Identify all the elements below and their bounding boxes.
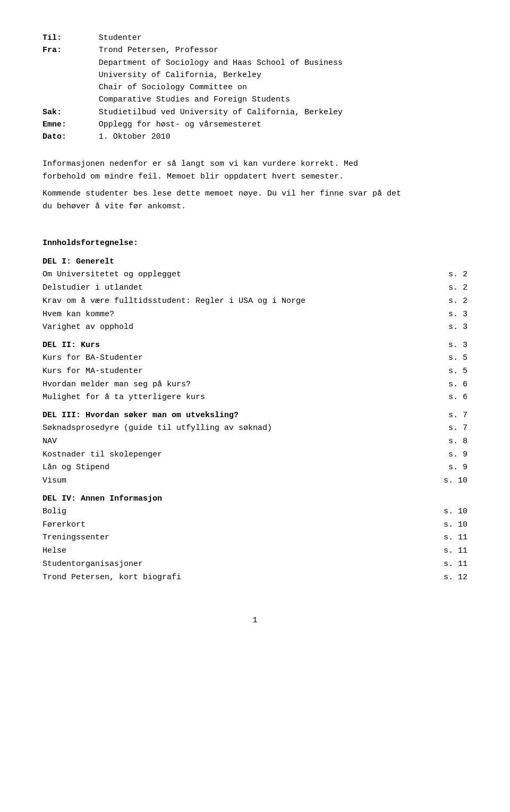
toc-del1-item-5: Varighet av opphold s. 3 <box>42 321 468 334</box>
toc-del2-first-page: s. 3 <box>448 341 468 350</box>
toc-del2-page-1: s. 5 <box>448 352 468 365</box>
toc-del2-page-2: s. 5 <box>448 365 468 378</box>
fra-chair: Chair of Sociology Committee on <box>99 83 247 92</box>
fra-univ: University of California, Berkeley <box>99 71 261 80</box>
toc-del1-page-4: s. 3 <box>448 308 468 322</box>
toc-del1-label: DEL I: Generelt <box>42 257 468 266</box>
toc-del3-page-3: s. 9 <box>448 449 468 462</box>
toc-del4-text-3: Treningssenter <box>42 531 433 545</box>
toc-del3-text-2: NAV <box>42 435 438 449</box>
toc-del3-page-1: s. 7 <box>448 422 468 435</box>
toc-del1-item-1: Om Universitetet og opplegget s. 2 <box>42 268 468 282</box>
toc-del1-text-2: Delstudier i utlandet <box>42 282 438 295</box>
toc-del3-label: DEL III: Hvordan søker man om utveksling… <box>42 411 468 420</box>
toc-del4-text-4: Helse <box>42 545 433 558</box>
toc-del2-page-3: s. 6 <box>448 378 468 392</box>
toc-del1-page-3: s. 2 <box>448 295 468 308</box>
toc-del2-page-4: s. 6 <box>448 391 468 404</box>
intro-para-1: Informasjonen nedenfor er så langt som v… <box>42 158 468 183</box>
fra-committee: Comparative Studies and Foreign Students <box>99 95 290 104</box>
header-table: Til: Studenter Fra: Trond Petersen, Prof… <box>42 32 468 143</box>
toc-del2-item-4: Mulighet for å ta ytterligere kurs s. 6 <box>42 391 468 404</box>
toc-del1-text-5: Varighet av opphold <box>42 321 438 334</box>
toc-del2-item-2: Kurs for MA-studenter s. 5 <box>42 365 468 378</box>
toc-del2-text-3: Hvordan melder man seg på kurs? <box>42 378 438 392</box>
toc-del1-page-2: s. 2 <box>448 282 468 295</box>
toc-del4-item-5: Studentorganisasjoner s. 11 <box>42 558 468 571</box>
toc-del4-page-3: s. 11 <box>444 531 468 545</box>
toc-del2-text-4: Mulighet for å ta ytterligere kurs <box>42 391 438 404</box>
emne-value: Opplegg for høst- og vårsemesteret <box>99 119 468 131</box>
toc-del2-text-2: Kurs for MA-studenter <box>42 365 438 378</box>
toc-del1-item-4: Hvem kan komme? s. 3 <box>42 308 468 322</box>
intro-para-2: Kommende studenter bes lese dette memoet… <box>42 188 468 213</box>
toc-section: Innholdsfortegnelse: DEL I: Generelt Om … <box>42 239 468 584</box>
fra-dept: Department of Sociology and Haas School … <box>99 58 343 67</box>
toc-del3-page-5: s. 10 <box>444 475 468 488</box>
toc-del4-page-2: s. 10 <box>444 519 468 532</box>
fra-name: Trond Petersen, Professor <box>99 46 218 55</box>
toc-del4-item-2: Førerkort s. 10 <box>42 519 468 532</box>
til-row: Til: Studenter <box>42 32 468 44</box>
toc-del1-text-3: Krav om å være fulltidsstudent: Regler i… <box>42 295 438 308</box>
toc-del4-item-4: Helse s. 11 <box>42 545 468 558</box>
toc-del3-text-1: Søknadsprosedyre (guide til utfylling av… <box>42 422 438 435</box>
til-value: Studenter <box>99 32 468 44</box>
sak-label: Sak: <box>42 106 99 119</box>
toc-del3-label-text: DEL III: Hvordan søker man om utveksling… <box>42 411 239 420</box>
dato-value: 1. Oktober 2010 <box>99 131 468 143</box>
toc-del4-page-4: s. 11 <box>444 545 468 558</box>
toc-del4-page-6: s. 12 <box>444 571 468 585</box>
toc-del3-item-1: Søknadsprosedyre (guide til utfylling av… <box>42 422 468 435</box>
toc-del2-item-1: Kurs for BA-Studenter s. 5 <box>42 352 468 365</box>
page-number: 1 <box>42 616 468 625</box>
toc-del1-page-1: s. 2 <box>448 268 468 282</box>
dato-label: Dato: <box>42 131 99 143</box>
toc-del4-text-1: Bolig <box>42 505 433 519</box>
intro-line-3: Kommende studenter bes lese dette memoet… <box>42 189 401 198</box>
toc-del3-item-4: Lån og Stipend s. 9 <box>42 461 468 475</box>
toc-del3-first-page: s. 7 <box>448 411 468 420</box>
toc-del1-text-4: Hvem kan komme? <box>42 308 438 322</box>
toc-del3-item-5: Visum s. 10 <box>42 475 468 488</box>
toc-del4-label: DEL IV: Annen Informasjon <box>42 494 468 503</box>
toc-del4-item-3: Treningssenter s. 11 <box>42 531 468 545</box>
intro-line-4: du behøver å vite før ankomst. <box>42 202 186 211</box>
fra-row: Fra: Trond Petersen, Professor Departmen… <box>42 44 468 106</box>
intro-block: Informasjonen nedenfor er så langt som v… <box>42 158 468 213</box>
toc-del2-text-1: Kurs for BA-Studenter <box>42 352 438 365</box>
fra-label: Fra: <box>42 44 99 106</box>
emne-row: Emne: Opplegg for høst- og vårsemesteret <box>42 119 468 131</box>
emne-label: Emne: <box>42 119 99 131</box>
sak-row: Sak: Studietilbud ved University of Cali… <box>42 106 468 119</box>
toc-del4-text-6: Trond Petersen, kort biografi <box>42 571 433 585</box>
toc-del1-text-1: Om Universitetet og opplegget <box>42 268 438 282</box>
til-label: Til: <box>42 32 99 44</box>
toc-del4-label-text: DEL IV: Annen Informasjon <box>42 494 162 503</box>
toc-del2-label-text: DEL II: Kurs <box>42 341 100 350</box>
toc-del1-page-5: s. 3 <box>448 321 468 334</box>
toc-del3-item-3: Kostnader til skolepenger s. 9 <box>42 449 468 462</box>
toc-del2-item-3: Hvordan melder man seg på kurs? s. 6 <box>42 378 468 392</box>
toc-del3-text-4: Lån og Stipend <box>42 461 438 475</box>
fra-value: Trond Petersen, Professor Department of … <box>99 44 468 106</box>
toc-del4-text-2: Førerkort <box>42 519 433 532</box>
toc-del1-item-3: Krav om å være fulltidsstudent: Regler i… <box>42 295 468 308</box>
toc-del4-page-1: s. 10 <box>444 505 468 519</box>
toc-del3-item-2: NAV s. 8 <box>42 435 468 449</box>
page: Til: Studenter Fra: Trond Petersen, Prof… <box>0 0 510 812</box>
toc-del4-item-1: Bolig s. 10 <box>42 505 468 519</box>
toc-del3-text-3: Kostnader til skolepenger <box>42 449 438 462</box>
toc-del4-page-5: s. 11 <box>444 558 468 571</box>
toc-del3-text-5: Visum <box>42 475 433 488</box>
toc-del4-item-6: Trond Petersen, kort biografi s. 12 <box>42 571 468 585</box>
intro-line-2: forbehold om mindre feil. Memoet blir op… <box>42 172 344 181</box>
toc-heading: Innholdsfortegnelse: <box>42 239 468 248</box>
intro-line-1: Informasjonen nedenfor er så langt som v… <box>42 159 358 168</box>
sak-value: Studietilbud ved University of Californi… <box>99 106 468 119</box>
toc-del3-page-2: s. 8 <box>448 435 468 449</box>
dato-row: Dato: 1. Oktober 2010 <box>42 131 468 143</box>
toc-del3-page-4: s. 9 <box>448 461 468 475</box>
toc-del1-item-2: Delstudier i utlandet s. 2 <box>42 282 468 295</box>
toc-del4-text-5: Studentorganisasjoner <box>42 558 433 571</box>
